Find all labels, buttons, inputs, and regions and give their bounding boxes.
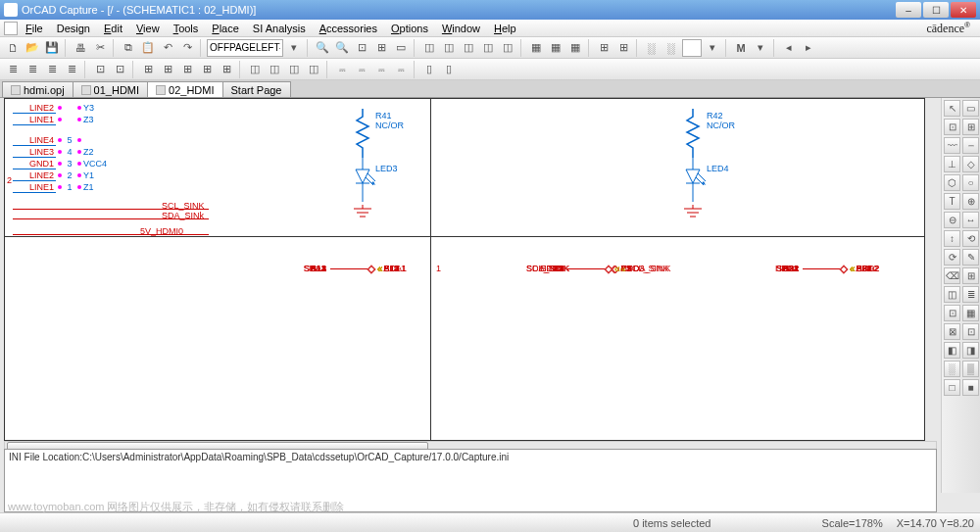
open-icon[interactable]: 📂	[24, 39, 41, 57]
palette-tool-23[interactable]: ▦	[962, 305, 979, 321]
copy-icon[interactable]: ⧉	[120, 39, 137, 57]
tb2-e-icon[interactable]: ⊡	[91, 61, 109, 78]
tb2-k-icon[interactable]: ⊞	[218, 61, 235, 78]
binoculars-icon[interactable]: M	[732, 39, 750, 57]
zoom-fit-icon[interactable]: ⊡	[353, 39, 370, 57]
zoom-area-icon[interactable]: ⊞	[372, 39, 390, 57]
print-icon[interactable]: 🖶	[72, 39, 89, 57]
menu-edit[interactable]: Edit	[98, 22, 128, 35]
tool-f-icon[interactable]: ▦	[527, 39, 545, 57]
tab-page2[interactable]: 02_HDMI	[147, 81, 222, 97]
tool-k-icon[interactable]: ░	[643, 39, 661, 57]
palette-tool-5[interactable]: ⎓	[962, 137, 979, 154]
palette-tool-1[interactable]: ▭	[962, 100, 979, 117]
tab-project[interactable]: hdmi.opj	[2, 81, 74, 97]
tb2-m-icon[interactable]: ◫	[266, 61, 283, 78]
menu-tools[interactable]: Tools	[168, 22, 205, 35]
palette-tool-27[interactable]: ◨	[962, 342, 979, 359]
tb2-f-icon[interactable]: ⊡	[111, 61, 128, 78]
find-combo[interactable]	[682, 39, 702, 57]
palette-tool-12[interactable]: ⊖	[944, 212, 960, 228]
find-drop-icon[interactable]: ▾	[752, 39, 769, 57]
tb2-n-icon[interactable]: ◫	[285, 61, 303, 78]
palette-tool-3[interactable]: ⊞	[962, 119, 979, 135]
palette-tool-30[interactable]: □	[944, 379, 960, 396]
palette-tool-7[interactable]: ◇	[962, 156, 979, 172]
tb2-t-icon[interactable]: ▯	[420, 61, 438, 78]
menu-file[interactable]: File	[20, 22, 49, 35]
new-icon[interactable]: 🗋	[4, 39, 22, 57]
close-button[interactable]: ✕	[951, 2, 976, 18]
tb2-d-icon[interactable]: ≣	[63, 61, 80, 78]
palette-tool-10[interactable]: T	[944, 193, 960, 210]
tb2-r-icon[interactable]: ⎓	[372, 61, 390, 78]
palette-tool-0[interactable]: ↖	[944, 100, 960, 117]
menu-design[interactable]: Design	[51, 22, 96, 35]
tool-d-icon[interactable]: ◫	[479, 39, 497, 57]
tab-start[interactable]: Start Page	[222, 81, 291, 97]
palette-tool-15[interactable]: ⟲	[962, 230, 979, 247]
palette-tool-28[interactable]: ░	[944, 361, 960, 377]
palette-tool-21[interactable]: ≣	[962, 286, 979, 303]
cut-icon[interactable]: ✂	[91, 39, 109, 57]
tb2-j-icon[interactable]: ⊞	[198, 61, 216, 78]
dropdown2-icon[interactable]: ▾	[704, 39, 721, 57]
tool-b-icon[interactable]: ◫	[440, 39, 458, 57]
palette-tool-24[interactable]: ⊠	[944, 323, 960, 340]
palette-tool-22[interactable]: ⊡	[944, 305, 960, 321]
palette-tool-26[interactable]: ◧	[944, 342, 960, 359]
maximize-button[interactable]: ☐	[923, 2, 949, 18]
palette-tool-9[interactable]: ○	[962, 174, 979, 191]
tb2-q-icon[interactable]: ⎓	[353, 61, 370, 78]
paste-icon[interactable]: 📋	[139, 39, 157, 57]
menu-view[interactable]: View	[130, 22, 166, 35]
tb2-c-icon[interactable]: ≣	[43, 61, 61, 78]
schematic-canvas[interactable]: 2 1 LINE2Y3LINE1Z3 LINE45LINE34Z2GND13VC…	[4, 98, 925, 441]
tool-g-icon[interactable]: ▦	[547, 39, 564, 57]
zoom-out-icon[interactable]: 🔍	[333, 39, 351, 57]
tb2-b-icon[interactable]: ≣	[24, 61, 41, 78]
palette-tool-8[interactable]: ⬡	[944, 174, 960, 191]
zoom-page-icon[interactable]: ▭	[392, 39, 410, 57]
tb2-p-icon[interactable]: ⎓	[333, 61, 351, 78]
tool-c-icon[interactable]: ◫	[460, 39, 477, 57]
palette-tool-4[interactable]: 〰	[944, 137, 960, 154]
undo-icon[interactable]: ↶	[159, 39, 176, 57]
tb2-g-icon[interactable]: ⊞	[139, 61, 157, 78]
tb2-a-icon[interactable]: ≣	[4, 61, 22, 78]
menu-accessories[interactable]: Accessories	[314, 22, 383, 35]
dropdown-icon[interactable]: ▾	[285, 39, 303, 57]
tool-l-icon[interactable]: ░	[662, 39, 680, 57]
palette-tool-20[interactable]: ◫	[944, 286, 960, 303]
minimize-button[interactable]: –	[896, 2, 921, 18]
tb2-i-icon[interactable]: ⊞	[178, 61, 196, 78]
tool-e-icon[interactable]: ◫	[499, 39, 516, 57]
tool-a-icon[interactable]: ◫	[420, 39, 438, 57]
tb2-u-icon[interactable]: ▯	[440, 61, 458, 78]
tab-page1[interactable]: 01_HDMI	[73, 81, 148, 97]
save-icon[interactable]: 💾	[43, 39, 61, 57]
menu-help[interactable]: Help	[488, 22, 522, 35]
zoom-in-icon[interactable]: 🔍	[314, 39, 331, 57]
nav-prev-icon[interactable]: ◂	[780, 39, 798, 57]
palette-tool-25[interactable]: ⊡	[962, 323, 979, 340]
palette-tool-17[interactable]: ✎	[962, 249, 979, 266]
menu-place[interactable]: Place	[206, 22, 245, 35]
menu-options[interactable]: Options	[385, 22, 434, 35]
tb2-o-icon[interactable]: ◫	[305, 61, 322, 78]
tool-i-icon[interactable]: ⊞	[595, 39, 612, 57]
part-combo[interactable]	[207, 39, 283, 57]
tool-j-icon[interactable]: ⊞	[614, 39, 632, 57]
palette-tool-16[interactable]: ⟳	[944, 249, 960, 266]
tb2-h-icon[interactable]: ⊞	[159, 61, 176, 78]
palette-tool-18[interactable]: ⌫	[944, 267, 960, 284]
palette-tool-19[interactable]: ⊞	[962, 267, 979, 284]
redo-icon[interactable]: ↷	[178, 39, 196, 57]
menu-window[interactable]: Window	[436, 22, 486, 35]
app-menu-icon[interactable]	[4, 22, 18, 35]
palette-tool-6[interactable]: ⊥	[944, 156, 960, 172]
tb2-l-icon[interactable]: ◫	[246, 61, 264, 78]
tb2-s-icon[interactable]: ⎓	[392, 61, 410, 78]
palette-tool-14[interactable]: ↕	[944, 230, 960, 247]
menu-si[interactable]: SI Analysis	[247, 22, 312, 35]
